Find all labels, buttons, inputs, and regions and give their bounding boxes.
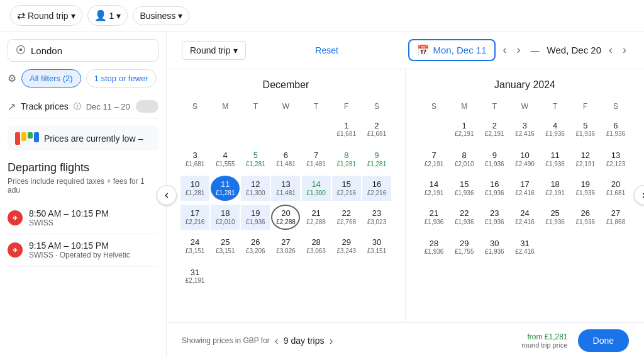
calendar-day-cell[interactable]: 1£1,681 <box>332 115 361 144</box>
december-calendar: December SMTWTFS 1£1,6812£1,6813£1,6814£… <box>167 69 405 322</box>
calendar-day-cell[interactable]: 13£1,481 <box>271 174 300 202</box>
trip-type-selector[interactable]: ⇄ Round trip ▾ <box>10 5 82 26</box>
calendar-day-cell[interactable]: 23£3,023 <box>362 203 391 231</box>
calendar-day-cell[interactable]: 14£2,191 <box>419 174 448 202</box>
calendar-day-cell[interactable]: 20£1,681 <box>601 174 630 202</box>
calendar-day-cell[interactable]: 15£1,936 <box>450 174 479 202</box>
calendar-day-cell[interactable]: 29£1,755 <box>450 232 479 262</box>
flight-row-1[interactable]: ✈ 8:50 AM – 10:15 PM SWISS <box>8 202 158 234</box>
calendar-day-cell[interactable]: 16£1,936 <box>480 174 509 202</box>
track-prices-date: Dec 11 – 20 <box>86 102 130 111</box>
calendar-day-cell[interactable]: 10£1,281 <box>180 174 209 202</box>
calendar-day-cell[interactable]: 12£1,300 <box>241 174 270 202</box>
calendar-day-cell[interactable]: 4£1,936 <box>541 115 570 144</box>
calendar-day-cell[interactable]: 3£2,416 <box>510 115 539 144</box>
calendar-day-cell[interactable]: 19£1,936 <box>241 203 270 231</box>
calendar-day-cell[interactable]: 20£2,288 <box>271 203 300 231</box>
calendar-day-cell[interactable]: 5£1,281 <box>241 145 270 173</box>
calendar-day-cell[interactable]: 25£1,936 <box>541 203 570 231</box>
all-filters-button[interactable]: All filters (2) <box>21 69 81 88</box>
calendar-day-cell[interactable]: 30£3,151 <box>362 232 391 260</box>
reset-button[interactable]: Reset <box>315 45 338 55</box>
calendar-day-cell[interactable]: 24£2,416 <box>510 203 539 231</box>
calendar-day-cell[interactable]: 22£2,768 <box>332 203 361 231</box>
footer-price-from: from £1,281 <box>521 332 567 341</box>
calendar-day-cell[interactable]: 6£1,481 <box>271 145 300 173</box>
start-date-prev[interactable]: ‹ <box>501 41 509 59</box>
calendar-day-cell[interactable]: 26£3,206 <box>241 232 270 260</box>
calendar-day-cell[interactable]: 18£2,010 <box>211 203 240 231</box>
calendar-day-cell[interactable]: 4£1,555 <box>211 145 240 173</box>
calendar-day-cell[interactable]: 31£2,416 <box>510 232 539 262</box>
day-of-week: T <box>541 99 570 113</box>
calendar-day-cell[interactable]: 17£2,216 <box>180 203 209 231</box>
calendar-day-cell[interactable]: 10£2,490 <box>510 145 539 173</box>
calendar-day-cell[interactable]: 27£3,026 <box>271 232 300 260</box>
calendar-day-cell[interactable]: 7£2,191 <box>419 145 448 173</box>
calendar-day-cell[interactable]: 3£1,681 <box>180 145 209 173</box>
day-of-week: S <box>601 99 630 113</box>
calendar-day-cell[interactable]: 1£2,191 <box>450 115 479 144</box>
calendar-day-cell <box>601 232 630 262</box>
calendar-day-cell[interactable]: 9£1,281 <box>362 145 391 173</box>
flight-row-2[interactable]: ✈ 9:15 AM – 10:15 PM SWISS · Operated by… <box>8 234 158 266</box>
calendar-day-cell[interactable]: 8£1,281 <box>332 145 361 173</box>
calendar-day-cell[interactable]: 16£2,216 <box>362 174 391 202</box>
calendar-day-cell[interactable]: 5£1,936 <box>571 115 600 144</box>
flight-time-1: 8:50 AM – 10:15 PM <box>29 208 109 218</box>
calendar-day-cell[interactable]: 8£2,010 <box>450 145 479 173</box>
toggle-switch[interactable] <box>136 100 158 113</box>
calendar-day-cell <box>271 261 300 291</box>
day-of-week: S <box>362 99 391 113</box>
calendar-day-cell[interactable]: 18£2,191 <box>541 174 570 202</box>
calendar-day-cell[interactable]: 21£2,288 <box>302 203 331 231</box>
calendar-day-cell[interactable]: 11£1,281 <box>211 174 240 202</box>
calendar-day-cell[interactable]: 11£1,936 <box>541 145 570 173</box>
calendar-day-cell[interactable]: 13£2,123 <box>601 145 630 173</box>
calendar-day-cell[interactable]: 21£1,936 <box>419 203 448 231</box>
calendar-day-cell[interactable]: 2£1,681 <box>362 115 391 144</box>
stop-filter-button[interactable]: 1 stop or fewer <box>86 69 157 88</box>
end-date-prev[interactable]: ‹ <box>606 41 615 59</box>
calendar-day-cell[interactable]: 12£2,191 <box>571 145 600 173</box>
calendar-day-cell[interactable]: 22£1,936 <box>450 203 479 231</box>
prices-low-banner: Prices are currently low – <box>8 126 158 151</box>
calendar-day-cell[interactable]: 27£1,868 <box>601 203 630 231</box>
calendar-day-cell[interactable]: 19£1,936 <box>571 174 600 202</box>
day-of-week: S <box>419 99 448 113</box>
calendar-day-cell[interactable]: 29£3,243 <box>332 232 361 260</box>
calendar-trip-type[interactable]: Round trip ▾ <box>182 41 246 60</box>
calendar-day-cell[interactable]: 23£1,936 <box>480 203 509 231</box>
calendar-day-cell[interactable]: 28£1,936 <box>419 232 448 262</box>
start-date-pill[interactable]: 📅 Mon, Dec 11 <box>408 39 496 61</box>
calendar-day-cell[interactable]: 17£2,416 <box>510 174 539 202</box>
calendar-day-cell <box>271 115 300 144</box>
calendar-day-cell <box>332 261 361 291</box>
cabin-selector[interactable]: Business ▾ <box>133 6 189 25</box>
departing-title: Departing flights <box>8 161 158 174</box>
calendar-day-cell[interactable]: 6£1,936 <box>601 115 630 144</box>
calendar-day-cell[interactable]: 2£2,191 <box>480 115 509 144</box>
price-bar-chart <box>15 132 39 145</box>
calendar-day-cell[interactable]: 28£3,063 <box>302 232 331 260</box>
passengers-selector[interactable]: 👤 1 ▾ <box>87 5 128 26</box>
calendar-day-cell[interactable]: 24£3,151 <box>180 232 209 260</box>
tune-icon: ⚙ <box>8 72 16 84</box>
trip-length-next[interactable]: › <box>329 334 333 348</box>
calendar-day-cell[interactable]: 14£1,300 <box>302 174 331 202</box>
calendar-day-cell[interactable]: 31£2,191 <box>180 261 209 291</box>
calendar-day-cell[interactable]: 15£2,216 <box>332 174 361 202</box>
search-box[interactable]: ⦿ London <box>8 39 158 62</box>
calendar-icon: 📅 <box>417 44 430 56</box>
calendar-day-cell[interactable]: 25£3,151 <box>211 232 240 260</box>
start-date-next[interactable]: › <box>514 41 523 59</box>
end-date-next[interactable]: › <box>620 41 629 59</box>
airline-logo-2: ✈ <box>8 242 23 258</box>
done-button[interactable]: Done <box>578 329 629 352</box>
calendar-day-cell[interactable]: 7£1,481 <box>302 145 331 173</box>
calendar-day-cell[interactable]: 30£1,936 <box>480 232 509 262</box>
calendar-prev-nav-button[interactable]: ‹ <box>157 185 177 205</box>
calendar-day-cell[interactable]: 9£1,936 <box>480 145 509 173</box>
trip-length-prev[interactable]: ‹ <box>275 334 279 348</box>
calendar-day-cell[interactable]: 26£1,936 <box>571 203 600 231</box>
